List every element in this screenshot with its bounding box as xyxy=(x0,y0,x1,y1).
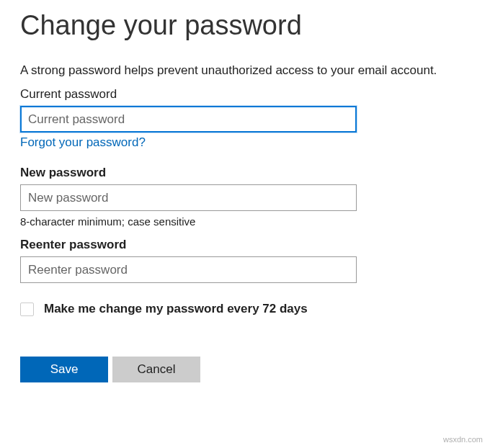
new-password-group: New password 8-character minimum; case s… xyxy=(20,166,476,228)
reenter-password-label: Reenter password xyxy=(20,238,476,252)
rotation-checkbox-label: Make me change my password every 72 days xyxy=(44,302,308,316)
forgot-password-link[interactable]: Forgot your password? xyxy=(20,135,146,150)
page-description: A strong password helps prevent unauthor… xyxy=(20,63,476,79)
save-button[interactable]: Save xyxy=(20,357,108,382)
reenter-password-input[interactable] xyxy=(20,256,357,283)
rotation-checkbox[interactable] xyxy=(20,303,34,316)
rotation-checkbox-row[interactable]: Make me change my password every 72 days xyxy=(20,302,476,316)
reenter-password-group: Reenter password xyxy=(20,238,476,283)
current-password-group: Current password Forgot your password? xyxy=(20,87,476,150)
current-password-input[interactable] xyxy=(20,106,357,133)
cancel-button[interactable]: Cancel xyxy=(112,357,200,382)
new-password-input[interactable] xyxy=(20,184,357,211)
new-password-label: New password xyxy=(20,166,476,180)
watermark: wsxdn.com xyxy=(443,435,483,444)
new-password-help: 8-character minimum; case sensitive xyxy=(20,215,476,228)
page-title: Change your password xyxy=(20,10,476,41)
button-row: Save Cancel xyxy=(20,357,476,382)
current-password-label: Current password xyxy=(20,87,476,102)
